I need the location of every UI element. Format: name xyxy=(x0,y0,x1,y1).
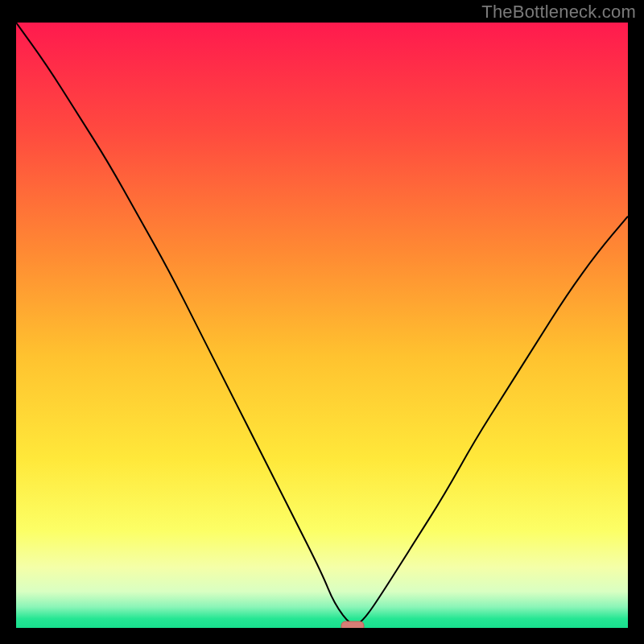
bottleneck-chart-svg xyxy=(16,23,628,628)
plot-area xyxy=(16,23,628,628)
gradient-background xyxy=(16,23,628,628)
chart-frame: TheBottleneck.com xyxy=(0,0,644,644)
watermark-text: TheBottleneck.com xyxy=(481,2,636,23)
optimal-point-marker xyxy=(341,621,364,628)
